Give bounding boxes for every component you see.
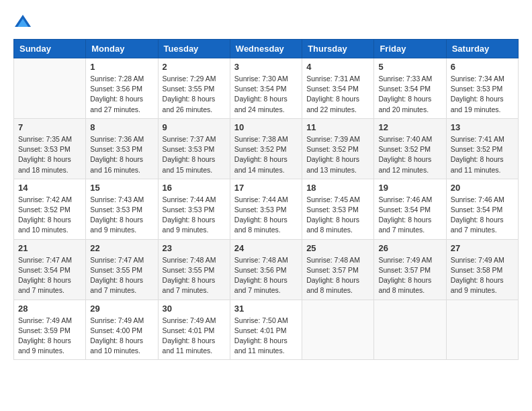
day-info: Sunrise: 7:49 AM Sunset: 3:58 PM Dayligh…: [451, 255, 514, 296]
day-number: 2: [163, 62, 226, 72]
day-number: 21: [18, 243, 81, 253]
day-number: 14: [18, 183, 81, 193]
calendar-header-row: SundayMondayTuesdayWednesdayThursdayFrid…: [14, 40, 519, 58]
day-info: Sunrise: 7:46 AM Sunset: 3:54 PM Dayligh…: [378, 195, 441, 236]
day-info: Sunrise: 7:44 AM Sunset: 3:53 PM Dayligh…: [234, 195, 298, 236]
day-number: 6: [451, 62, 514, 72]
day-info: Sunrise: 7:45 AM Sunset: 3:53 PM Dayligh…: [306, 195, 369, 236]
day-info: Sunrise: 7:39 AM Sunset: 3:52 PM Dayligh…: [306, 134, 369, 175]
day-number: 27: [451, 243, 514, 253]
day-info: Sunrise: 7:49 AM Sunset: 3:59 PM Dayligh…: [18, 316, 81, 357]
day-info: Sunrise: 7:41 AM Sunset: 3:52 PM Dayligh…: [451, 134, 514, 175]
day-number: 9: [163, 122, 226, 132]
day-info: Sunrise: 7:37 AM Sunset: 3:53 PM Dayligh…: [163, 134, 226, 175]
calendar-cell: [14, 58, 86, 119]
calendar-table: SundayMondayTuesdayWednesdayThursdayFrid…: [13, 39, 519, 360]
page-header: [13, 13, 519, 32]
calendar-week-row: 21Sunrise: 7:47 AM Sunset: 3:54 PM Dayli…: [14, 239, 519, 300]
day-info: Sunrise: 7:31 AM Sunset: 3:54 PM Dayligh…: [306, 74, 369, 115]
day-info: Sunrise: 7:30 AM Sunset: 3:54 PM Dayligh…: [234, 74, 298, 115]
calendar-cell: 28Sunrise: 7:49 AM Sunset: 3:59 PM Dayli…: [14, 300, 86, 360]
day-number: 22: [90, 243, 153, 253]
calendar-cell: 14Sunrise: 7:42 AM Sunset: 3:52 PM Dayli…: [14, 179, 86, 239]
day-info: Sunrise: 7:35 AM Sunset: 3:53 PM Dayligh…: [18, 134, 81, 175]
day-number: 11: [306, 122, 369, 132]
day-number: 29: [90, 304, 153, 314]
day-info: Sunrise: 7:44 AM Sunset: 3:53 PM Dayligh…: [163, 195, 226, 236]
day-number: 16: [163, 183, 226, 193]
day-info: Sunrise: 7:33 AM Sunset: 3:54 PM Dayligh…: [378, 74, 441, 115]
day-info: Sunrise: 7:47 AM Sunset: 3:54 PM Dayligh…: [18, 255, 81, 296]
calendar-cell: 31Sunrise: 7:50 AM Sunset: 4:01 PM Dayli…: [230, 300, 302, 360]
calendar-cell: [374, 300, 446, 360]
calendar-cell: 13Sunrise: 7:41 AM Sunset: 3:52 PM Dayli…: [446, 118, 518, 179]
calendar-cell: 17Sunrise: 7:44 AM Sunset: 3:53 PM Dayli…: [230, 179, 302, 239]
calendar-cell: 10Sunrise: 7:38 AM Sunset: 3:52 PM Dayli…: [230, 118, 302, 179]
day-number: 12: [378, 122, 441, 132]
day-number: 20: [451, 183, 514, 193]
day-info: Sunrise: 7:28 AM Sunset: 3:56 PM Dayligh…: [90, 74, 153, 115]
logo-icon: [13, 13, 32, 32]
day-info: Sunrise: 7:49 AM Sunset: 3:57 PM Dayligh…: [378, 255, 441, 296]
calendar-cell: 4Sunrise: 7:31 AM Sunset: 3:54 PM Daylig…: [302, 58, 374, 119]
day-number: 8: [90, 122, 153, 132]
day-number: 10: [234, 122, 298, 132]
day-info: Sunrise: 7:48 AM Sunset: 3:57 PM Dayligh…: [306, 255, 369, 296]
calendar-cell: 20Sunrise: 7:46 AM Sunset: 3:54 PM Dayli…: [446, 179, 518, 239]
day-number: 23: [163, 243, 226, 253]
day-number: 4: [306, 62, 369, 72]
calendar-cell: 23Sunrise: 7:48 AM Sunset: 3:55 PM Dayli…: [158, 239, 230, 300]
day-info: Sunrise: 7:46 AM Sunset: 3:54 PM Dayligh…: [451, 195, 514, 236]
calendar-cell: 7Sunrise: 7:35 AM Sunset: 3:53 PM Daylig…: [14, 118, 86, 179]
column-header-saturday: Saturday: [446, 40, 518, 58]
calendar-week-row: 28Sunrise: 7:49 AM Sunset: 3:59 PM Dayli…: [14, 300, 519, 360]
day-number: 18: [306, 183, 369, 193]
calendar-cell: 18Sunrise: 7:45 AM Sunset: 3:53 PM Dayli…: [302, 179, 374, 239]
day-number: 24: [234, 243, 298, 253]
day-info: Sunrise: 7:34 AM Sunset: 3:53 PM Dayligh…: [451, 74, 514, 115]
calendar-cell: 29Sunrise: 7:49 AM Sunset: 4:00 PM Dayli…: [86, 300, 158, 360]
calendar-cell: 25Sunrise: 7:48 AM Sunset: 3:57 PM Dayli…: [302, 239, 374, 300]
calendar-cell: 26Sunrise: 7:49 AM Sunset: 3:57 PM Dayli…: [374, 239, 446, 300]
calendar-week-row: 1Sunrise: 7:28 AM Sunset: 3:56 PM Daylig…: [14, 58, 519, 119]
day-number: 26: [378, 243, 441, 253]
calendar-cell: [446, 300, 518, 360]
day-number: 7: [18, 122, 81, 132]
calendar-cell: 24Sunrise: 7:48 AM Sunset: 3:56 PM Dayli…: [230, 239, 302, 300]
calendar-cell: 21Sunrise: 7:47 AM Sunset: 3:54 PM Dayli…: [14, 239, 86, 300]
day-info: Sunrise: 7:48 AM Sunset: 3:56 PM Dayligh…: [234, 255, 298, 296]
column-header-wednesday: Wednesday: [230, 40, 302, 58]
calendar-cell: 19Sunrise: 7:46 AM Sunset: 3:54 PM Dayli…: [374, 179, 446, 239]
day-info: Sunrise: 7:49 AM Sunset: 4:01 PM Dayligh…: [163, 316, 226, 357]
day-number: 17: [234, 183, 298, 193]
day-number: 15: [90, 183, 153, 193]
column-header-sunday: Sunday: [14, 40, 86, 58]
day-info: Sunrise: 7:42 AM Sunset: 3:52 PM Dayligh…: [18, 195, 81, 236]
day-number: 25: [306, 243, 369, 253]
day-number: 13: [451, 122, 514, 132]
calendar-cell: 16Sunrise: 7:44 AM Sunset: 3:53 PM Dayli…: [158, 179, 230, 239]
calendar-cell: 6Sunrise: 7:34 AM Sunset: 3:53 PM Daylig…: [446, 58, 518, 119]
column-header-thursday: Thursday: [302, 40, 374, 58]
calendar-cell: 22Sunrise: 7:47 AM Sunset: 3:55 PM Dayli…: [86, 239, 158, 300]
day-number: 1: [90, 62, 153, 72]
day-info: Sunrise: 7:40 AM Sunset: 3:52 PM Dayligh…: [378, 134, 441, 175]
calendar-cell: 5Sunrise: 7:33 AM Sunset: 3:54 PM Daylig…: [374, 58, 446, 119]
day-number: 30: [163, 304, 226, 314]
calendar-cell: [302, 300, 374, 360]
column-header-monday: Monday: [86, 40, 158, 58]
calendar-cell: 30Sunrise: 7:49 AM Sunset: 4:01 PM Dayli…: [158, 300, 230, 360]
calendar-cell: 27Sunrise: 7:49 AM Sunset: 3:58 PM Dayli…: [446, 239, 518, 300]
calendar-cell: 2Sunrise: 7:29 AM Sunset: 3:55 PM Daylig…: [158, 58, 230, 119]
day-number: 19: [378, 183, 441, 193]
day-number: 28: [18, 304, 81, 314]
calendar-cell: 9Sunrise: 7:37 AM Sunset: 3:53 PM Daylig…: [158, 118, 230, 179]
logo: [13, 13, 35, 32]
calendar-week-row: 7Sunrise: 7:35 AM Sunset: 3:53 PM Daylig…: [14, 118, 519, 179]
calendar-cell: 8Sunrise: 7:36 AM Sunset: 3:53 PM Daylig…: [86, 118, 158, 179]
column-header-friday: Friday: [374, 40, 446, 58]
calendar-cell: 1Sunrise: 7:28 AM Sunset: 3:56 PM Daylig…: [86, 58, 158, 119]
day-info: Sunrise: 7:47 AM Sunset: 3:55 PM Dayligh…: [90, 255, 153, 296]
day-number: 31: [234, 304, 298, 314]
calendar-cell: 12Sunrise: 7:40 AM Sunset: 3:52 PM Dayli…: [374, 118, 446, 179]
